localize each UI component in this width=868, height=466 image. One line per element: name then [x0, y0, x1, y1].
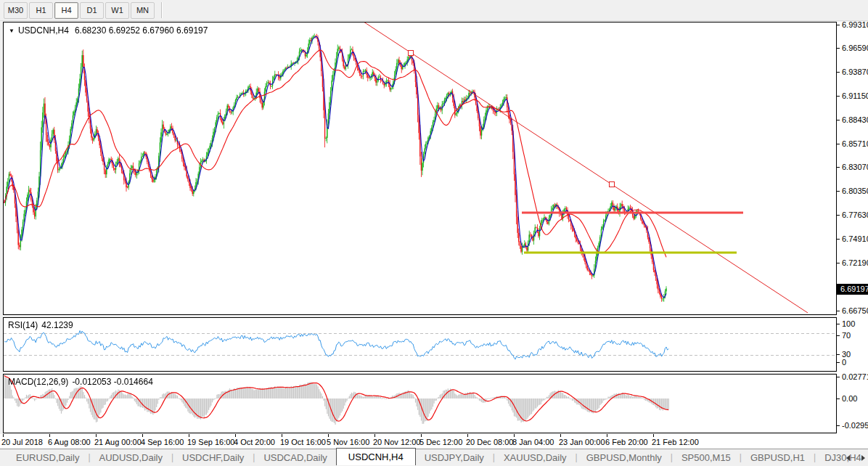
- macd-label: MACD(12,26,9)-0.012053 -0.014664: [8, 377, 153, 387]
- date-tick: [328, 434, 329, 437]
- tab-separator: |: [493, 452, 495, 462]
- date-axis-label: 20 Jul 2018: [1, 438, 43, 446]
- axis-tick: [837, 335, 840, 336]
- date-tick: [467, 434, 468, 437]
- date-axis-label: 19 Oct 16:00: [280, 438, 326, 446]
- price-axis-label: 6.74910: [842, 235, 868, 243]
- axis-tick: [837, 167, 840, 168]
- price-axis-label: 6.80350: [842, 187, 868, 195]
- price-axis-label: 6.91150: [842, 92, 868, 100]
- date-axis[interactable]: 20 Jul 20186 Aug 08:0021 Aug 00:004 Sep …: [0, 434, 868, 449]
- date-tick: [607, 434, 607, 437]
- chart-dropdown-icon[interactable]: ▼: [9, 28, 15, 34]
- price-axis-label: 6.85710: [842, 140, 868, 148]
- main-chart-panel: ▼USDCNH,H46.68230 6.69252 6.67960 6.6919…: [3, 22, 837, 315]
- price-chart-canvas[interactable]: [4, 23, 836, 314]
- price-axis-label: 6.99310: [842, 21, 868, 29]
- tab-separator: |: [253, 452, 255, 462]
- axis-tick: [837, 324, 840, 324]
- date-axis-label: 4 Sep 16:00: [141, 438, 184, 446]
- tab-scroll-right-icon[interactable]: [861, 455, 865, 461]
- tab-audusd-daily[interactable]: AUDUSD,Daily: [91, 449, 171, 466]
- date-axis-label: 20 Dec 08:00: [466, 438, 513, 446]
- rsi-axis-label: 0: [842, 359, 846, 367]
- toolbar-separator: [161, 2, 163, 18]
- price-axis-label: 6.72190: [842, 259, 868, 267]
- date-tick: [189, 434, 189, 437]
- chart-symbol: USDCNH,H4: [18, 25, 69, 36]
- tab-usdchf-daily[interactable]: USDCHF,Daily: [173, 449, 253, 466]
- tab-separator: |: [88, 452, 90, 462]
- macd-panel: MACD(12,26,9)-0.012053 -0.014664: [3, 374, 837, 433]
- date-tick: [514, 434, 515, 437]
- date-axis-label: 20 Nov 12:00: [373, 438, 420, 446]
- date-axis-label: 5 Dec 12:00: [419, 438, 462, 446]
- macd-axis-label: -0.029582: [842, 422, 868, 430]
- date-tick: [96, 434, 97, 437]
- timeframe-toolbar: M30H1H4D1W1MN: [0, 0, 868, 21]
- date-axis-label: 6 Feb 20:00: [605, 438, 648, 446]
- tab-scroll-left-icon[interactable]: [846, 455, 850, 461]
- axis-tick: [837, 354, 840, 355]
- timeframe-button-mn[interactable]: MN: [131, 2, 155, 19]
- date-axis-label: 23 Jan 00:00: [559, 438, 605, 446]
- tab-usdjpy-daily[interactable]: USDJPY,Daily: [416, 449, 493, 466]
- axis-tick: [837, 191, 840, 192]
- price-axis-label: 6.88430: [842, 116, 868, 124]
- date-axis-label: 19 Sep 16:00: [187, 438, 234, 446]
- axis-tick: [837, 48, 840, 49]
- price-axis-label: 6.66750: [842, 307, 868, 315]
- rsi-value: 42.1239: [41, 320, 73, 330]
- axis-tick: [837, 25, 840, 25]
- price-axis-label: 6.77630: [842, 211, 868, 219]
- tab-sp500-m15[interactable]: SP500,M15: [673, 449, 740, 466]
- tab-separator: |: [740, 452, 742, 462]
- rsi-chart-canvas[interactable]: [4, 318, 836, 371]
- axis-tick: [837, 263, 840, 263]
- date-axis-label: 4 Oct 20:00: [234, 438, 275, 446]
- date-tick: [374, 434, 375, 437]
- tab-gbpusd-monthly[interactable]: GBPUSD,Monthly: [578, 449, 671, 466]
- tab-usdcnh-h4[interactable]: USDCNH,H4: [336, 448, 416, 465]
- date-axis-label: 21 Feb 12:00: [652, 438, 699, 446]
- axis-tick: [837, 398, 840, 399]
- timeframe-button-w1[interactable]: W1: [105, 2, 129, 19]
- chart-tab-bar: EURUSD,Daily|AUDUSD,Daily|USDCHF,Daily|U…: [0, 449, 868, 466]
- date-axis-label: 5 Nov 16:00: [327, 438, 369, 446]
- price-axis-label: 6.96590: [842, 44, 868, 52]
- axis-tick: [837, 96, 840, 97]
- price-axis[interactable]: 6.993106.965906.938706.911506.884306.857…: [837, 22, 868, 434]
- axis-tick: [837, 215, 840, 216]
- axis-tick: [837, 144, 840, 144]
- rsi-axis-label: 100: [842, 320, 855, 328]
- tab-separator: |: [814, 452, 816, 462]
- date-tick: [3, 434, 4, 437]
- timeframe-button-h4[interactable]: H4: [54, 2, 78, 19]
- date-tick: [653, 434, 654, 437]
- macd-axis-label: 0.027717: [842, 373, 868, 381]
- price-axis-label: 6.93870: [842, 68, 868, 76]
- macd-values: -0.012053 -0.014664: [72, 377, 152, 387]
- tab-eurusd-daily[interactable]: EURUSD,Daily: [7, 449, 88, 466]
- timeframe-button-m30[interactable]: M30: [4, 2, 28, 19]
- current-price-badge: 6.69197: [837, 284, 868, 295]
- timeframe-button-d1[interactable]: D1: [80, 2, 104, 19]
- rsi-label: RSI(14)42.1239: [8, 320, 73, 330]
- chart-ohlc-values: 6.68230 6.69252 6.67960 6.69197: [75, 25, 208, 36]
- tab-separator: |: [576, 452, 578, 462]
- tab-dj30-h4[interactable]: DJ30,H4: [816, 449, 868, 466]
- axis-tick: [837, 311, 840, 311]
- tab-xauusd-daily[interactable]: XAUUSD,Daily: [495, 449, 576, 466]
- date-axis-label: 6 Aug 08:00: [48, 438, 91, 446]
- rsi-axis-label: 70: [842, 332, 851, 340]
- axis-tick: [837, 377, 840, 377]
- tab-gbpusd-h1[interactable]: GBPUSD,H1: [742, 449, 814, 466]
- tab-usdcad-daily[interactable]: USDCAD,Daily: [255, 449, 335, 466]
- axis-tick: [837, 425, 840, 426]
- date-tick: [49, 434, 50, 437]
- macd-axis-label: 0.00: [842, 395, 857, 403]
- rsi-panel: RSI(14)42.1239: [3, 317, 837, 372]
- date-tick: [142, 434, 143, 437]
- timeframe-button-h1[interactable]: H1: [29, 2, 53, 19]
- tab-separator: |: [171, 452, 173, 462]
